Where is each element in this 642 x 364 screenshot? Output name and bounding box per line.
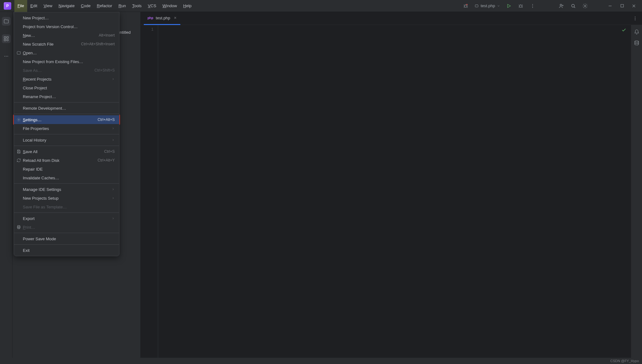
menu-item-label: New Project… — [23, 16, 49, 20]
menu-item-print: Print… — [14, 223, 119, 232]
settings-icon[interactable] — [582, 3, 588, 9]
shortcut-label: Ctrl+S — [104, 149, 115, 154]
menu-item-export[interactable]: Export — [14, 214, 119, 223]
menu-navigate[interactable]: Navigate — [55, 0, 78, 12]
svg-rect-21 — [18, 227, 20, 229]
menu-vcs[interactable]: VCS — [145, 0, 159, 12]
menu-run[interactable]: Run — [115, 0, 129, 12]
code-area[interactable] — [158, 25, 631, 358]
menu-item-exit[interactable]: Exit — [14, 246, 119, 255]
save-icon — [16, 149, 21, 154]
more-vertical-icon[interactable] — [529, 3, 536, 9]
menu-code[interactable]: Code — [78, 0, 94, 12]
menu-item-new-project[interactable]: New Project… — [14, 13, 119, 22]
svg-point-25 — [635, 41, 639, 42]
menu-help[interactable]: Help — [180, 0, 195, 12]
gear-icon — [16, 117, 21, 122]
menu-item-label: Invalidate Caches… — [23, 176, 59, 180]
svg-point-6 — [532, 7, 533, 7]
menu-item-open[interactable]: Open… — [14, 48, 119, 57]
right-tool-rail — [631, 25, 642, 358]
svg-point-7 — [560, 4, 562, 6]
project-tool-button[interactable] — [2, 17, 11, 26]
shortcut-label: Ctrl+Alt+Shift+Insert — [81, 42, 115, 46]
menu-item-label: Print… — [23, 225, 35, 230]
app-logo: P — [4, 2, 11, 10]
editor-body: 1 — [141, 25, 642, 358]
submenu-chevron-icon — [112, 77, 115, 81]
print-icon — [16, 225, 21, 230]
menu-item-reload-all-from-disk[interactable]: Reload All from DiskCtrl+Alt+Y — [14, 156, 119, 165]
menu-item-remote-development[interactable]: Remote Development… — [14, 104, 119, 112]
watermark-text: CSDN @FY_Hypo — [610, 359, 639, 363]
close-icon[interactable] — [631, 3, 637, 9]
menu-item-settings[interactable]: Settings…Ctrl+Alt+S — [14, 115, 119, 124]
menu-item-new-project-from-existing-files[interactable]: New Project from Existing Files… — [14, 57, 119, 66]
inspection-ok-icon[interactable] — [621, 27, 626, 32]
svg-point-0 — [464, 5, 467, 7]
editor-tab-bar: php test.php × — [141, 12, 642, 25]
database-icon[interactable] — [634, 40, 640, 46]
menu-refactor[interactable]: Refactor — [94, 0, 115, 12]
minimize-icon[interactable] — [607, 3, 613, 9]
svg-point-16 — [6, 56, 6, 57]
menu-edit[interactable]: Edit — [27, 0, 40, 12]
menu-item-label: Open… — [23, 51, 37, 55]
menu-item-local-history[interactable]: Local History — [14, 136, 119, 144]
menu-item-close-project[interactable]: Close Project — [14, 83, 119, 92]
tab-more-icon[interactable] — [633, 16, 638, 21]
menu-item-label: Save As… — [23, 68, 42, 73]
notifications-icon[interactable] — [634, 29, 640, 35]
menu-window[interactable]: Window — [159, 0, 180, 12]
menu-item-save-all[interactable]: Save AllCtrl+S — [14, 147, 119, 156]
run-config-label: test.php — [481, 3, 495, 8]
maximize-icon[interactable] — [619, 3, 625, 9]
shortcut-label: Ctrl+Shift+S — [94, 68, 115, 72]
more-tool-button[interactable] — [2, 52, 11, 61]
svg-rect-12 — [7, 37, 8, 38]
svg-rect-11 — [4, 37, 6, 38]
editor-gutter: 1 — [141, 25, 158, 358]
menu-item-manage-ide-settings[interactable]: Manage IDE Settings — [14, 185, 119, 194]
tab-close-icon[interactable]: × — [174, 15, 177, 20]
menu-item-project-from-version-control[interactable]: Project from Version Control… — [14, 22, 119, 31]
menu-item-new[interactable]: New…Alt+Insert — [14, 31, 119, 40]
svg-rect-13 — [4, 39, 6, 41]
menu-tools[interactable]: Tools — [129, 0, 145, 12]
bug-icon[interactable] — [463, 3, 469, 9]
submenu-chevron-icon — [112, 138, 115, 142]
search-icon[interactable] — [570, 3, 576, 9]
debug-icon[interactable] — [518, 3, 524, 9]
menu-item-invalidate-caches[interactable]: Invalidate Caches… — [14, 173, 119, 182]
submenu-chevron-icon — [112, 127, 115, 130]
menu-item-save-as: Save As…Ctrl+Shift+S — [14, 66, 119, 75]
run-config-selector[interactable]: test.php — [474, 3, 500, 8]
main-area: untitled New Project…Project from Versio… — [0, 12, 642, 358]
menubar-right: test.php — [463, 3, 639, 9]
menu-item-label: Recent Projects — [23, 77, 52, 82]
file-menu-dropdown: New Project…Project from Version Control… — [14, 12, 119, 256]
menu-item-label: Rename Project… — [23, 94, 56, 99]
menu-item-save-file-as-template: Save File as Template… — [14, 202, 119, 211]
editor-tab-active[interactable]: php test.php × — [144, 12, 180, 25]
menu-item-rename-project[interactable]: Rename Project… — [14, 92, 119, 101]
menu-item-power-save-mode[interactable]: Power Save Mode — [14, 234, 119, 243]
svg-point-8 — [572, 4, 574, 7]
menu-item-label: Exit — [23, 248, 30, 253]
menu-item-file-properties[interactable]: File Properties — [14, 124, 119, 133]
menu-item-repair-ide[interactable]: Repair IDE — [14, 165, 119, 173]
structure-tool-button[interactable] — [2, 34, 11, 43]
menu-item-label: Reload All from Disk — [23, 158, 59, 163]
menu-item-new-scratch-file[interactable]: New Scratch FileCtrl+Alt+Shift+Insert — [14, 40, 119, 48]
menu-item-recent-projects[interactable]: Recent Projects — [14, 75, 119, 83]
menu-file[interactable]: File — [14, 0, 27, 12]
tab-filename: test.php — [156, 16, 170, 20]
user-plus-icon[interactable] — [558, 3, 564, 9]
run-icon[interactable] — [506, 3, 512, 9]
project-panel: untitled New Project…Project from Versio… — [13, 12, 141, 358]
submenu-chevron-icon — [112, 217, 115, 220]
menu-view[interactable]: View — [40, 0, 55, 12]
menu-item-new-projects-setup[interactable]: New Projects Setup — [14, 194, 119, 202]
menu-item-label: Power Save Mode — [23, 237, 56, 241]
menu-item-label: New Project from Existing Files… — [23, 59, 83, 64]
